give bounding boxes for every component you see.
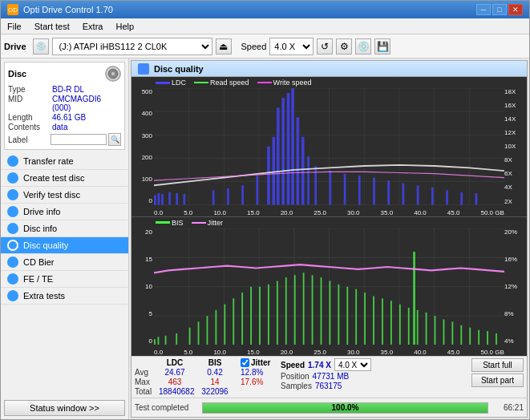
chart2-legend: BIS Jitter (156, 219, 223, 227)
menu-extra[interactable]: Extra (76, 18, 110, 34)
drive-select[interactable]: (J:) ATAPI iHBS112 2 CL0K (52, 38, 212, 55)
nav-transfer-rate[interactable]: Transfer rate (1, 153, 128, 170)
nav-icon-create (7, 172, 18, 184)
svg-rect-102 (496, 333, 497, 345)
svg-rect-71 (233, 298, 234, 345)
chart2-x-axis: 0.0 5.0 10.0 15.0 20.0 25.0 30.0 35.0 40… (154, 349, 504, 356)
stats-speed-col: Speed 1.74 X 4.0 X Position 47731 MB Sam… (281, 358, 371, 390)
svg-rect-30 (281, 98, 285, 204)
disc-title: Disc (8, 69, 26, 79)
status-text: Test completed (135, 403, 199, 412)
nav-label-quality: Disc quality (23, 240, 68, 250)
disc-panel-icon (105, 66, 121, 82)
svg-rect-38 (344, 174, 346, 205)
speed-label: Speed (241, 42, 267, 51)
stats-ldc-col: LDC BIS Avg 24.67 0.42 Max 463 14 (135, 358, 231, 396)
start-full-button[interactable]: Start full (471, 358, 524, 372)
svg-rect-21 (176, 193, 178, 205)
window-title: Opti Drive Control 1.70 (23, 5, 113, 14)
drive-eject-icon[interactable]: 💿 (33, 38, 49, 55)
title-bar-left: OD Opti Drive Control 1.70 (7, 4, 113, 15)
speed-header: Speed (281, 361, 305, 370)
nav-verify-test-disc[interactable]: Verify test disc (1, 187, 128, 204)
chart2-y-axis-right: 20% 16% 12% 8% 4% (504, 228, 527, 345)
nav-drive-info[interactable]: Drive info (1, 204, 128, 220)
svg-rect-89 (390, 301, 392, 345)
disc-label-input[interactable] (51, 134, 107, 145)
progress-bar-container: Test completed 100.0% 66:21 (131, 398, 527, 417)
legend-read: Read speed (194, 79, 249, 87)
menu-start-test[interactable]: Start test (28, 18, 76, 34)
disc-panel: Disc Type BD-R DL MID CMCMAGDI6 (000) (4, 62, 125, 150)
svg-rect-77 (285, 277, 287, 345)
nav-fe-te[interactable]: FE / TE (1, 271, 128, 288)
legend-bis: BIS (156, 219, 184, 227)
status-window-button[interactable]: Status window >> (4, 400, 125, 416)
charts-area: LDC Read speed Write speed (131, 77, 527, 356)
nav-label-cd-bier: CD Bier (23, 257, 55, 267)
save-icon[interactable]: 💾 (374, 38, 390, 55)
disc-label-button[interactable]: 🔍 (108, 133, 121, 146)
eject-icon[interactable]: ⏏ (216, 38, 232, 55)
ldc-avg: 24.67 (159, 368, 191, 377)
svg-rect-40 (373, 178, 375, 205)
nav-label-transfer: Transfer rate (23, 156, 74, 166)
start-part-button[interactable]: Start part (471, 374, 524, 387)
refresh-icon[interactable]: ↺ (317, 38, 333, 55)
total-label: Total (135, 387, 157, 396)
jitter-checkbox[interactable] (241, 358, 249, 367)
chart2-svg (154, 228, 504, 345)
menu-file[interactable]: File (1, 18, 28, 34)
disc-contents-row: Contents data (8, 123, 121, 131)
disc-icon[interactable]: 💿 (355, 38, 371, 55)
legend-write: Write speed (257, 79, 312, 87)
nav-label-create: Create test disc (23, 173, 84, 183)
menu-bar: File Start test Extra Help (1, 18, 529, 34)
speed-avg-val: 1.74 X (308, 361, 331, 370)
disc-label-row: Label 🔍 (8, 133, 121, 146)
svg-rect-91 (408, 307, 410, 345)
svg-rect-28 (272, 137, 275, 205)
bis-header: BIS (199, 358, 231, 367)
svg-rect-26 (256, 176, 258, 204)
ldc-total: 18840682 (159, 387, 191, 396)
menu-help[interactable]: Help (109, 18, 140, 34)
nav-disc-info[interactable]: Disc info (1, 220, 128, 237)
settings-icon[interactable]: ⚙ (336, 38, 352, 55)
svg-rect-80 (312, 275, 314, 345)
nav-disc-quality[interactable]: Disc quality (1, 237, 128, 254)
svg-rect-70 (224, 304, 225, 345)
svg-rect-25 (241, 185, 244, 204)
jitter-header: Jitter (251, 358, 270, 367)
svg-rect-32 (291, 88, 294, 205)
svg-rect-95 (435, 316, 436, 345)
bis-max: 14 (199, 378, 231, 386)
title-bar: OD Opti Drive Control 1.70 ─ □ ✕ (1, 1, 529, 18)
nav-label-extra: Extra tests (23, 291, 65, 301)
svg-rect-64 (165, 335, 167, 345)
main-content: Disc Type BD-R DL MID CMCMAGDI6 (000) (1, 59, 529, 419)
sidebar: Disc Type BD-R DL MID CMCMAGDI6 (000) (1, 59, 129, 419)
legend-ldc: LDC (156, 79, 186, 87)
nav-extra-tests[interactable]: Extra tests (1, 288, 128, 305)
nav-icon-disc-info (7, 223, 18, 234)
disc-length-row: Length 46.61 GB (8, 113, 121, 122)
svg-rect-65 (176, 333, 177, 345)
nav-cd-bier[interactable]: CD Bier (1, 254, 128, 271)
progress-time: 66:21 (492, 403, 524, 412)
close-button[interactable]: ✕ (508, 4, 523, 15)
nav-create-test-disc[interactable]: Create test disc (1, 170, 128, 187)
svg-rect-84 (346, 286, 348, 345)
max-label: Max (135, 378, 157, 386)
maximize-button[interactable]: □ (492, 4, 507, 15)
svg-rect-23 (212, 190, 215, 204)
disc-type-label: Type (8, 85, 52, 94)
minimize-button[interactable]: ─ (476, 4, 491, 15)
speed-select[interactable]: 4.0 X (269, 38, 314, 55)
main-window: OD Opti Drive Control 1.70 ─ □ ✕ File St… (0, 0, 530, 420)
content-area: Disc quality LDC (129, 59, 529, 419)
chart1-y-axis-left: 500 400 300 200 100 0 (131, 88, 154, 205)
svg-rect-88 (382, 298, 383, 345)
svg-rect-35 (307, 156, 310, 205)
speed-unit-select[interactable]: 4.0 X (334, 358, 371, 371)
